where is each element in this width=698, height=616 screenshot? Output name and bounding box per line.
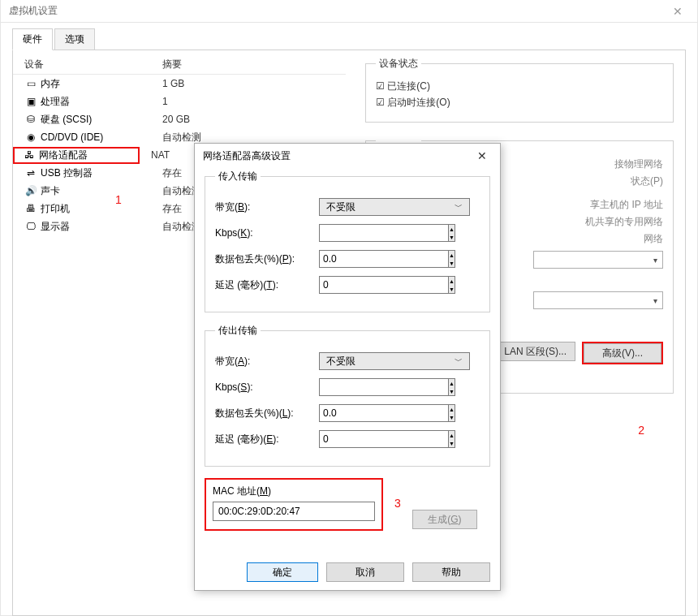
chevron-down-icon: ﹀ [455, 355, 463, 367]
loss-in-input[interactable] [319, 250, 448, 268]
mac-address-highlight: MAC 地址(M) [205, 478, 383, 531]
loss-in-spinner[interactable]: ▲▼ [319, 250, 392, 268]
spin-up-icon[interactable]: ▲ [449, 277, 455, 285]
spin-up-icon[interactable]: ▲ [449, 431, 455, 439]
adv-body: 传入传输 带宽(B): 不受限 ﹀ Kbps(K): ▲▼ 数据包丢失(%)(P… [195, 168, 500, 539]
bandwidth-out-combo[interactable]: 不受限 ﹀ [319, 352, 470, 370]
chevron-down-icon: ▾ [653, 296, 657, 305]
spin-up-icon[interactable]: ▲ [449, 379, 455, 387]
spin-down-icon[interactable]: ▼ [449, 387, 455, 395]
advanced-network-dialog: 网络适配器高级设置 ✕ 传入传输 带宽(B): 不受限 ﹀ Kbps(K): ▲… [194, 143, 501, 591]
cd-icon: ◉ [24, 131, 37, 143]
loss-out-spinner[interactable]: ▲▼ [319, 404, 392, 422]
vm-titlebar: 虚拟机设置 ✕ [1, 0, 697, 23]
adv-button-row: 确定 取消 帮助 [247, 562, 490, 582]
spin-down-icon[interactable]: ▼ [449, 413, 455, 421]
bandwidth-in-combo[interactable]: 不受限 ﹀ [319, 198, 470, 216]
outgoing-legend: 传出传输 [215, 324, 261, 338]
ok-button[interactable]: 确定 [247, 562, 318, 582]
generate-mac-button[interactable]: 生成(G) [412, 510, 477, 529]
usb-icon: ⇌ [24, 167, 37, 179]
cancel-button[interactable]: 取消 [326, 562, 404, 582]
latency-in-input[interactable] [319, 276, 448, 294]
spin-up-icon[interactable]: ▲ [449, 405, 455, 413]
help-button[interactable]: 帮助 [412, 562, 490, 582]
adv-titlebar: 网络适配器高级设置 ✕ [195, 144, 500, 168]
cpu-icon: ▣ [24, 96, 37, 107]
device-row[interactable]: ▭内存 1 GB [13, 75, 346, 93]
latency-in-spinner[interactable]: ▲▼ [319, 276, 392, 294]
spin-down-icon[interactable]: ▼ [449, 439, 455, 447]
custom-network-combo[interactable]: ▾ [533, 251, 663, 269]
annotation-1: 1 [115, 193, 122, 206]
outgoing-group: 传出传输 带宽(A): 不受限 ﹀ Kbps(S): ▲▼ 数据包丢失(%)(L… [205, 324, 490, 467]
spin-up-icon[interactable]: ▲ [449, 251, 455, 259]
label-loss-out: 数据包丢失(%)(L): [215, 407, 319, 420]
latency-out-input[interactable] [319, 430, 448, 448]
advanced-button-highlight: 高级(V)... [582, 342, 663, 364]
latency-out-spinner[interactable]: ▲▼ [319, 430, 392, 448]
checkbox-connected[interactable]: ☑ 已连接(C) [376, 80, 663, 93]
tab-options[interactable]: 选项 [54, 28, 95, 50]
printer-icon: 🖶 [24, 203, 37, 214]
incoming-legend: 传入传输 [215, 170, 261, 183]
spin-down-icon[interactable]: ▼ [449, 285, 455, 293]
window-title: 虚拟机设置 [9, 4, 58, 18]
net-icon: 🖧 [23, 149, 36, 161]
device-status-legend: 设备状态 [376, 57, 421, 71]
kbps-out-input[interactable] [319, 378, 448, 396]
label-bandwidth-out: 带宽(A): [215, 355, 319, 368]
device-row[interactable]: ⛁硬盘 (SCSI) 20 GB [13, 110, 346, 128]
tab-hardware[interactable]: 硬件 [12, 28, 53, 50]
sound-icon: 🔊 [24, 185, 37, 196]
device-row[interactable]: ▣处理器 1 [13, 93, 346, 110]
label-latency-out: 延迟 (毫秒)(E): [215, 433, 319, 446]
col-device: 设备 [24, 58, 162, 71]
disk-icon: ⛁ [24, 114, 37, 125]
kbps-in-spinner[interactable]: ▲▼ [319, 224, 392, 242]
close-icon[interactable]: ✕ [472, 148, 492, 164]
annotation-2: 2 [638, 424, 644, 437]
mac-address-input[interactable] [213, 502, 375, 521]
adv-dialog-title: 网络适配器高级设置 [203, 149, 291, 163]
label-loss-in: 数据包丢失(%)(P): [215, 252, 319, 266]
close-icon[interactable]: ✕ [666, 5, 689, 18]
spin-up-icon[interactable]: ▲ [449, 225, 455, 233]
advanced-button[interactable]: 高级(V)... [584, 343, 661, 363]
label-bandwidth-in: 带宽(B): [215, 200, 319, 214]
spin-down-icon[interactable]: ▼ [449, 233, 455, 241]
spin-down-icon[interactable]: ▼ [449, 259, 455, 267]
memory-icon: ▭ [24, 78, 37, 89]
chevron-down-icon: ▾ [653, 256, 657, 265]
label-kbps-in: Kbps(K): [215, 227, 319, 239]
checkbox-connect-at-poweron[interactable]: ☑ 启动时连接(O) [376, 96, 663, 110]
tabstrip: 硬件 选项 [12, 28, 697, 50]
display-icon: 🖵 [24, 221, 37, 232]
mac-address-label: MAC 地址(M) [213, 485, 375, 498]
kbps-in-input[interactable] [319, 224, 448, 242]
device-list-header: 设备 摘要 [13, 55, 346, 75]
lan-segments-button[interactable]: LAN 区段(S)... [495, 342, 575, 361]
loss-out-input[interactable] [319, 404, 448, 422]
label-latency-in: 延迟 (毫秒)(T): [215, 278, 319, 292]
col-summary: 摘要 [162, 58, 182, 71]
chevron-down-icon: ﹀ [455, 201, 463, 213]
lan-segment-combo[interactable]: ▾ [533, 291, 663, 309]
device-status-group: 设备状态 ☑ 已连接(C) ☑ 启动时连接(O) [365, 57, 674, 123]
label-kbps-out: Kbps(S): [215, 381, 319, 393]
incoming-group: 传入传输 带宽(B): 不受限 ﹀ Kbps(K): ▲▼ 数据包丢失(%)(P… [205, 170, 490, 312]
kbps-out-spinner[interactable]: ▲▼ [319, 378, 392, 396]
annotation-3: 3 [394, 497, 401, 510]
